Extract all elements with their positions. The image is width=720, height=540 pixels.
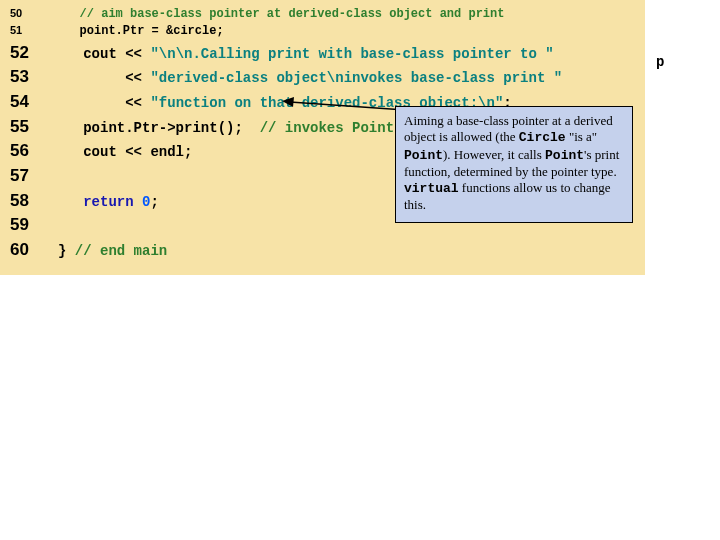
- line-number: 57: [0, 164, 58, 189]
- code-text: } // end main: [58, 241, 167, 261]
- line-number: 50: [0, 6, 58, 22]
- code-text: return 0;: [58, 192, 159, 212]
- code-line-51: 51 point.Ptr = &circle;: [0, 23, 645, 40]
- line-number: 51: [0, 23, 58, 39]
- code-text: cout << endl;: [58, 142, 192, 162]
- line-number: 53: [0, 65, 58, 90]
- arrow-icon: [280, 96, 410, 116]
- code-comment: // aim base-class pointer at derived-cla…: [58, 6, 504, 23]
- stray-char: p: [656, 54, 664, 70]
- callout-text: "is a": [566, 129, 598, 144]
- line-number: 60: [0, 238, 58, 263]
- svg-line-0: [290, 102, 405, 110]
- code-line-53: 53 << "derived-class object\ninvokes bas…: [0, 65, 645, 90]
- line-number: 54: [0, 90, 58, 115]
- svg-marker-1: [282, 97, 294, 107]
- line-number: 56: [0, 139, 58, 164]
- callout-box: Aiming a base-class pointer at a derived…: [395, 106, 633, 223]
- code-text: << "derived-class object\ninvokes base-c…: [58, 68, 562, 88]
- callout-code: virtual: [404, 181, 459, 196]
- callout-code: Circle: [519, 130, 566, 145]
- code-text: point.Ptr = &circle;: [58, 23, 224, 40]
- code-text: cout << "\n\n.Calling print with base-cl…: [58, 44, 554, 64]
- code-line-52: 52 cout << "\n\n.Calling print with base…: [0, 41, 645, 66]
- line-number: 52: [0, 41, 58, 66]
- line-number: 55: [0, 115, 58, 140]
- callout-code: Point: [545, 148, 584, 163]
- callout-code: Point: [404, 148, 443, 163]
- line-number: 58: [0, 189, 58, 214]
- callout-text: ). However, it calls: [443, 147, 545, 162]
- line-number: 59: [0, 213, 58, 238]
- code-line-60: 60 } // end main: [0, 238, 645, 263]
- code-line-50: 50 // aim base-class pointer at derived-…: [0, 6, 645, 23]
